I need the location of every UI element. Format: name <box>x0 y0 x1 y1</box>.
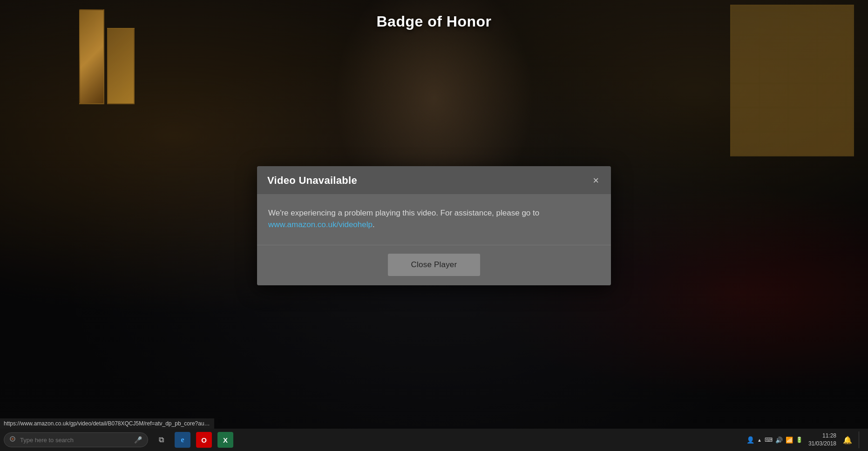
video-unavailable-dialog: Video Unavailable × We're experiencing a… <box>257 166 611 285</box>
search-circle-icon <box>10 436 16 444</box>
task-view-icon: ⧉ <box>159 436 164 444</box>
battery-icon: 🔋 <box>796 437 803 443</box>
wifi-icon: 📶 <box>786 437 793 444</box>
dialog-message-text-1: We're experiencing a problem playing thi… <box>268 209 539 217</box>
taskbar-search-box[interactable]: 🎤 <box>4 432 148 447</box>
dialog-title: Video Unavailable <box>267 175 357 187</box>
ie-icon: e <box>175 432 190 448</box>
taskbar: 🎤 ⧉ e O X 👤 ▲ ⌨ 🔊 <box>0 429 868 451</box>
dialog-help-link[interactable]: www.amazon.co.uk/videohelp <box>268 220 373 229</box>
svg-point-1 <box>12 438 14 440</box>
url-bar: https://www.amazon.co.uk/gp/video/detail… <box>0 418 214 429</box>
dialog-close-button[interactable]: × <box>591 175 601 187</box>
volume-icon: 🔊 <box>775 437 783 444</box>
taskbar-search-input[interactable] <box>20 437 130 444</box>
close-player-button[interactable]: Close Player <box>388 254 481 276</box>
clock-date: 31/03/2018 <box>808 440 836 448</box>
chevron-up-icon[interactable]: ▲ <box>757 438 762 443</box>
microphone-icon: 🎤 <box>134 436 142 444</box>
dialog-message: We're experiencing a problem playing thi… <box>268 207 600 231</box>
show-desktop-button[interactable] <box>859 431 862 448</box>
keyboard-icon: ⌨ <box>765 437 773 443</box>
dialog-body: We're experiencing a problem playing thi… <box>257 194 611 245</box>
opera-icon: O <box>196 432 212 448</box>
task-view-button[interactable]: ⧉ <box>152 431 170 449</box>
people-icon: 👤 <box>746 436 754 444</box>
notification-icon: 🔔 <box>843 436 852 444</box>
taskbar-clock: 11:28 31/03/2018 <box>808 432 836 448</box>
opera-button[interactable]: O <box>195 431 213 449</box>
ie-button[interactable]: e <box>173 431 192 449</box>
taskbar-right: 👤 ▲ ⌨ 🔊 📶 🔋 11:28 31/03/2018 🔔 <box>743 431 868 449</box>
dialog-footer: Close Player <box>257 245 611 285</box>
system-tray: 👤 ▲ ⌨ 🔊 📶 🔋 <box>743 436 807 444</box>
excel-icon: X <box>217 432 233 448</box>
clock-time: 11:28 <box>808 432 836 440</box>
dialog-overlay: Video Unavailable × We're experiencing a… <box>0 0 868 451</box>
excel-button[interactable]: X <box>216 431 235 449</box>
notification-button[interactable]: 🔔 <box>838 431 857 449</box>
dialog-message-text-2: . <box>373 220 375 229</box>
taskbar-app-icons: ⧉ e O X <box>152 431 235 449</box>
dialog-header: Video Unavailable × <box>257 166 611 194</box>
